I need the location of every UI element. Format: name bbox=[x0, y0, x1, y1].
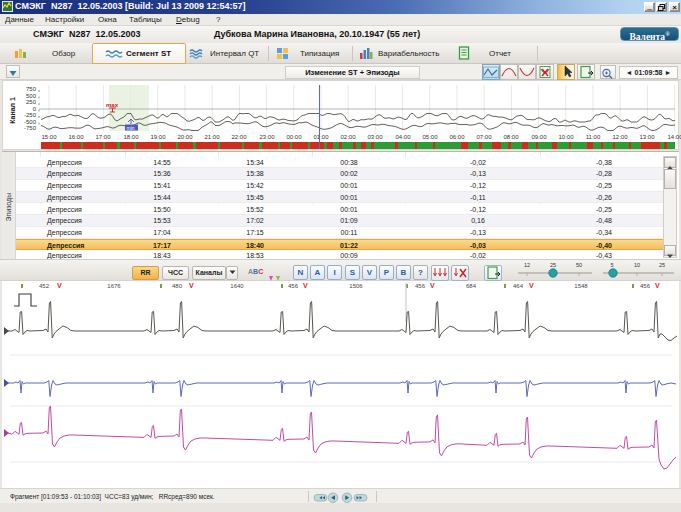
svg-text:min: min bbox=[127, 125, 135, 131]
svg-text:max: max bbox=[106, 102, 119, 108]
